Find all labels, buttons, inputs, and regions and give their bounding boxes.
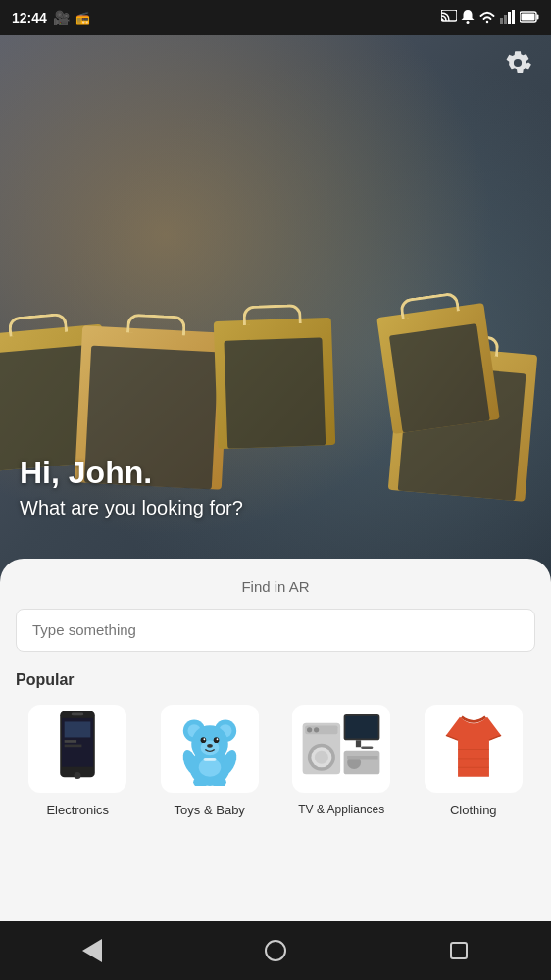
status-bar: 12:44 🎥 📻	[0, 0, 551, 35]
hero-section: Hi, John. What are you looking for?	[0, 0, 551, 588]
electronics-image	[28, 705, 126, 793]
category-clothing[interactable]: Clothing	[412, 705, 536, 817]
radio-icon: 📻	[75, 11, 90, 24]
back-button[interactable]	[68, 931, 117, 970]
wifi-icon	[478, 10, 496, 25]
gear-icon	[504, 49, 531, 76]
svg-rect-44	[361, 746, 373, 749]
svg-rect-13	[65, 740, 76, 743]
tv-label: TV & Appliances	[298, 803, 384, 816]
svg-rect-8	[522, 14, 535, 21]
svg-rect-43	[356, 740, 361, 747]
phone-icon	[53, 710, 102, 788]
categories-grid: Electronics	[16, 705, 535, 817]
svg-rect-5	[512, 10, 515, 24]
back-icon	[82, 939, 102, 962]
svg-point-1	[467, 21, 470, 24]
svg-rect-47	[347, 756, 378, 760]
bear-icon	[175, 712, 244, 786]
toys-label: Toys & Baby	[175, 803, 245, 817]
category-electronics[interactable]: Electronics	[16, 705, 140, 817]
toys-image	[161, 705, 259, 793]
popular-label: Popular	[16, 671, 535, 689]
clothing-image	[425, 705, 523, 793]
svg-rect-7	[537, 15, 539, 20]
bottom-nav	[0, 921, 551, 980]
svg-rect-11	[72, 713, 83, 716]
search-input-wrap[interactable]	[16, 609, 535, 652]
tv-image	[292, 705, 390, 793]
greeting-name: Hi, John.	[20, 455, 243, 491]
greeting-block: Hi, John. What are you looking for?	[20, 455, 243, 519]
svg-rect-14	[65, 745, 82, 748]
svg-point-27	[207, 743, 213, 747]
home-icon	[265, 940, 286, 961]
time-display: 12:44 🎥 📻	[12, 10, 90, 25]
signal-icon	[500, 10, 516, 25]
home-button[interactable]	[251, 931, 300, 970]
svg-point-26	[216, 738, 218, 740]
bottom-card: Find in AR Popular Electronics	[0, 559, 551, 980]
svg-point-38	[315, 751, 328, 764]
svg-rect-3	[504, 15, 507, 24]
svg-rect-33	[203, 757, 216, 760]
greeting-subtitle: What are you looking for?	[20, 497, 243, 519]
search-input[interactable]	[32, 621, 519, 638]
shirt-icon	[439, 712, 508, 786]
video-icon: 🎥	[53, 10, 70, 25]
bag-5	[376, 303, 500, 434]
settings-button[interactable]	[500, 45, 535, 80]
svg-point-25	[203, 738, 205, 740]
time: 12:44	[12, 10, 47, 25]
tv-icon	[302, 714, 380, 783]
svg-rect-4	[508, 12, 511, 24]
electronics-label: Electronics	[46, 803, 109, 817]
recents-button[interactable]	[434, 931, 483, 970]
svg-rect-2	[500, 18, 503, 24]
bag-3	[214, 318, 335, 449]
bell-icon	[461, 9, 475, 26]
svg-rect-40	[314, 727, 319, 732]
status-icons-right	[441, 9, 539, 26]
svg-rect-42	[346, 716, 378, 739]
category-tv-appliances[interactable]: TV & Appliances	[279, 705, 404, 817]
recents-icon	[450, 942, 468, 959]
find-ar-label: Find in AR	[16, 578, 535, 595]
svg-rect-39	[307, 727, 312, 732]
svg-point-15	[75, 772, 81, 779]
svg-point-24	[214, 737, 220, 743]
clothing-label: Clothing	[450, 803, 497, 817]
battery-icon	[520, 11, 539, 24]
category-toys-baby[interactable]: Toys & Baby	[148, 705, 273, 817]
svg-rect-12	[65, 721, 91, 737]
svg-point-23	[200, 737, 206, 743]
cast-icon	[441, 10, 457, 25]
